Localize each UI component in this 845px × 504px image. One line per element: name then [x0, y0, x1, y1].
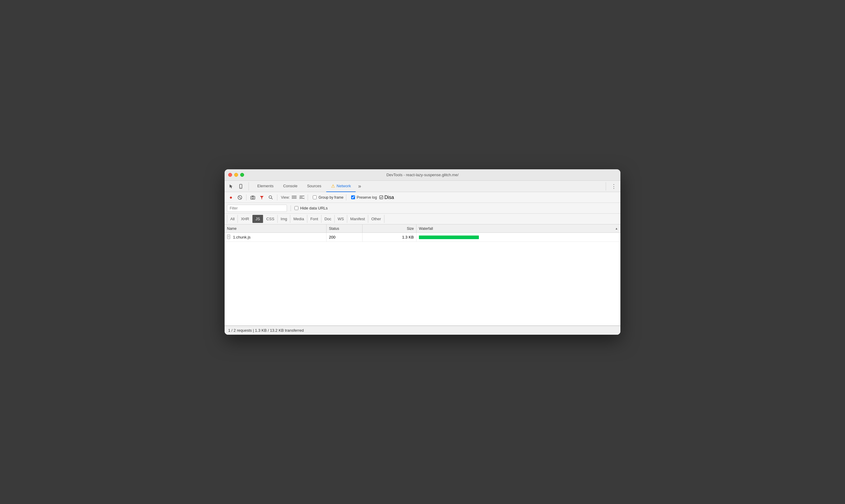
tab-elements[interactable]: Elements	[252, 181, 278, 192]
status-text: 1 / 2 requests | 1.3 KB / 13.2 KB transf…	[228, 328, 304, 332]
col-header-name[interactable]: Name	[225, 224, 327, 233]
window-title: DevTools - react-lazy-suspense.glitch.me…	[387, 173, 459, 177]
filter-separator	[291, 205, 291, 211]
separator-4	[346, 195, 346, 200]
toolbar: ●	[225, 192, 620, 203]
type-filter-js[interactable]: JS	[252, 215, 263, 223]
hide-data-urls-group: Hide data URLs	[295, 206, 328, 210]
maximize-button[interactable]	[240, 173, 244, 177]
waterfall-bar	[419, 235, 479, 239]
disable-cache-label: Disa	[384, 195, 394, 200]
tab-bar: Elements Console Sources ⚠ Network » ⋮	[225, 181, 620, 192]
svg-point-5	[252, 197, 254, 199]
filter-bar: Hide data URLs	[225, 203, 620, 214]
view-label: View:	[281, 195, 290, 200]
row-size-cell: 1.3 KB	[363, 233, 417, 241]
svg-rect-1	[241, 187, 241, 188]
row-status-value: 200	[329, 235, 336, 239]
close-button[interactable]	[228, 173, 232, 177]
tab-network-label: Network	[337, 184, 351, 188]
more-options-button[interactable]: ⋮	[610, 182, 618, 191]
disable-cache-group: Disa	[379, 195, 394, 200]
svg-point-8	[269, 196, 272, 198]
tab-sources-label: Sources	[307, 184, 321, 188]
table-empty-area	[225, 242, 620, 326]
list-view-button[interactable]	[291, 194, 297, 201]
tab-console[interactable]: Console	[278, 181, 302, 192]
tab-elements-label: Elements	[257, 184, 274, 188]
group-by-frame-group: Group by frame	[313, 195, 344, 200]
traffic-lights	[228, 173, 244, 177]
row-waterfall-cell	[417, 233, 620, 241]
preserve-log-group: Preserve log	[351, 195, 377, 200]
type-filter-manifest[interactable]: Manifest	[347, 215, 368, 223]
sort-triangle-icon: ▲	[615, 227, 618, 230]
preserve-log-checkbox[interactable]	[351, 195, 355, 199]
hide-data-urls-label[interactable]: Hide data URLs	[300, 206, 328, 210]
col-size-label: Size	[407, 227, 414, 231]
search-button[interactable]	[267, 194, 275, 201]
preserve-log-label[interactable]: Preserve log	[357, 195, 377, 200]
type-filter-font[interactable]: Font	[307, 215, 321, 223]
tab-more-label: »	[358, 183, 361, 190]
type-filter-ws[interactable]: WS	[335, 215, 347, 223]
tab-sources[interactable]: Sources	[302, 181, 326, 192]
tabs-container: Elements Console Sources ⚠ Network »	[252, 181, 606, 192]
type-filter-other[interactable]: Other	[368, 215, 384, 223]
warning-icon: ⚠	[331, 183, 335, 189]
row-status-cell: 200	[327, 233, 363, 241]
tab-bar-icons	[227, 182, 249, 191]
table-header: Name Status Size Waterfall ▲	[225, 224, 620, 233]
cursor-icon[interactable]	[227, 182, 235, 191]
type-filter-css[interactable]: CSS	[263, 215, 278, 223]
svg-line-9	[271, 198, 272, 199]
separator-3	[307, 195, 308, 200]
tab-network[interactable]: ⚠ Network	[326, 181, 356, 192]
minimize-button[interactable]	[234, 173, 238, 177]
file-icon	[227, 234, 231, 240]
col-header-size[interactable]: Size	[363, 224, 417, 233]
clear-button[interactable]	[236, 194, 244, 201]
type-filter-all[interactable]: All	[227, 215, 238, 223]
devtools-panel: Elements Console Sources ⚠ Network » ⋮	[225, 181, 620, 335]
col-status-label: Status	[329, 227, 339, 231]
group-view-button[interactable]	[299, 194, 305, 201]
type-filter-xhr[interactable]: XHR	[238, 215, 252, 223]
col-waterfall-label: Waterfall	[419, 227, 433, 231]
tab-more[interactable]: »	[356, 181, 364, 192]
type-filter-doc[interactable]: Doc	[321, 215, 335, 223]
group-by-frame-label[interactable]: Group by frame	[318, 195, 344, 200]
svg-rect-19	[380, 196, 383, 199]
type-filter-media[interactable]: Media	[290, 215, 307, 223]
hide-data-urls-checkbox[interactable]	[295, 206, 298, 210]
record-button[interactable]: ●	[227, 194, 235, 201]
col-header-waterfall[interactable]: Waterfall ▲	[417, 224, 620, 233]
col-header-status[interactable]: Status	[327, 224, 363, 233]
checkmark-icon	[379, 195, 383, 199]
table-row[interactable]: 1.chunk.js 200 1.3 KB	[225, 233, 620, 242]
svg-line-3	[239, 196, 241, 198]
row-filename: 1.chunk.js	[233, 235, 251, 239]
filter-input[interactable]	[227, 205, 287, 212]
group-by-frame-checkbox[interactable]	[313, 195, 317, 199]
title-bar: DevTools - react-lazy-suspense.glitch.me…	[225, 169, 620, 181]
row-size-value: 1.3 KB	[402, 235, 414, 239]
tab-console-label: Console	[283, 184, 297, 188]
type-filter-bar: All XHR JS CSS Img Media Font Doc WS Man…	[225, 214, 620, 224]
filter-button[interactable]	[258, 194, 266, 201]
row-name-cell: 1.chunk.js	[225, 233, 327, 241]
device-icon[interactable]	[236, 182, 245, 191]
status-bar: 1 / 2 requests | 1.3 KB / 13.2 KB transf…	[225, 326, 620, 335]
type-filter-img[interactable]: Img	[278, 215, 291, 223]
svg-marker-7	[260, 196, 264, 199]
network-table: Name Status Size Waterfall ▲	[225, 224, 620, 326]
camera-button[interactable]	[249, 194, 257, 201]
tab-bar-right: ⋮	[606, 182, 618, 191]
devtools-window: DevTools - react-lazy-suspense.glitch.me…	[225, 169, 620, 335]
separator-2	[277, 195, 277, 200]
col-name-label: Name	[227, 227, 236, 231]
